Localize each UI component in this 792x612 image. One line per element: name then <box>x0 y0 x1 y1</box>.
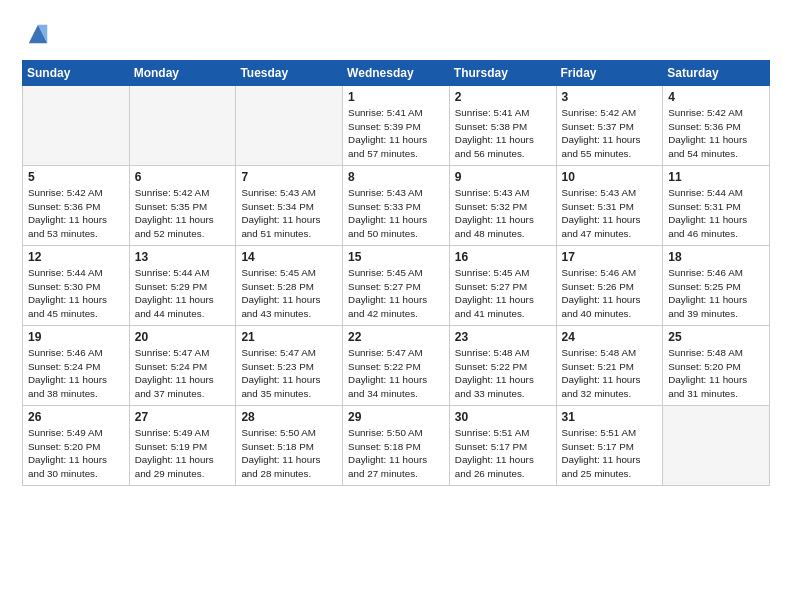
cell-info: Sunrise: 5:48 AM Sunset: 5:22 PM Dayligh… <box>455 346 551 400</box>
day-number: 28 <box>241 410 337 424</box>
calendar-header-sunday: Sunday <box>23 61 130 86</box>
cell-info: Sunrise: 5:47 AM Sunset: 5:22 PM Dayligh… <box>348 346 444 400</box>
cell-info: Sunrise: 5:46 AM Sunset: 5:26 PM Dayligh… <box>562 266 658 320</box>
calendar-cell: 17Sunrise: 5:46 AM Sunset: 5:26 PM Dayli… <box>556 246 663 326</box>
cell-info: Sunrise: 5:42 AM Sunset: 5:37 PM Dayligh… <box>562 106 658 160</box>
day-number: 23 <box>455 330 551 344</box>
calendar-cell: 21Sunrise: 5:47 AM Sunset: 5:23 PM Dayli… <box>236 326 343 406</box>
calendar-cell: 19Sunrise: 5:46 AM Sunset: 5:24 PM Dayli… <box>23 326 130 406</box>
calendar-week-4: 19Sunrise: 5:46 AM Sunset: 5:24 PM Dayli… <box>23 326 770 406</box>
cell-info: Sunrise: 5:49 AM Sunset: 5:20 PM Dayligh… <box>28 426 124 480</box>
cell-info: Sunrise: 5:44 AM Sunset: 5:29 PM Dayligh… <box>135 266 231 320</box>
day-number: 8 <box>348 170 444 184</box>
calendar-cell: 20Sunrise: 5:47 AM Sunset: 5:24 PM Dayli… <box>129 326 236 406</box>
day-number: 22 <box>348 330 444 344</box>
cell-info: Sunrise: 5:43 AM Sunset: 5:32 PM Dayligh… <box>455 186 551 240</box>
calendar-week-5: 26Sunrise: 5:49 AM Sunset: 5:20 PM Dayli… <box>23 406 770 486</box>
day-number: 2 <box>455 90 551 104</box>
calendar-cell: 5Sunrise: 5:42 AM Sunset: 5:36 PM Daylig… <box>23 166 130 246</box>
cell-info: Sunrise: 5:48 AM Sunset: 5:21 PM Dayligh… <box>562 346 658 400</box>
calendar-header-thursday: Thursday <box>449 61 556 86</box>
cell-info: Sunrise: 5:47 AM Sunset: 5:24 PM Dayligh… <box>135 346 231 400</box>
cell-info: Sunrise: 5:41 AM Sunset: 5:39 PM Dayligh… <box>348 106 444 160</box>
calendar-cell: 18Sunrise: 5:46 AM Sunset: 5:25 PM Dayli… <box>663 246 770 326</box>
calendar-table: SundayMondayTuesdayWednesdayThursdayFrid… <box>22 60 770 486</box>
day-number: 6 <box>135 170 231 184</box>
cell-info: Sunrise: 5:45 AM Sunset: 5:27 PM Dayligh… <box>455 266 551 320</box>
day-number: 25 <box>668 330 764 344</box>
calendar-cell <box>663 406 770 486</box>
logo-icon <box>22 18 54 50</box>
day-number: 24 <box>562 330 658 344</box>
calendar-week-2: 5Sunrise: 5:42 AM Sunset: 5:36 PM Daylig… <box>23 166 770 246</box>
day-number: 27 <box>135 410 231 424</box>
cell-info: Sunrise: 5:44 AM Sunset: 5:30 PM Dayligh… <box>28 266 124 320</box>
calendar-header-row: SundayMondayTuesdayWednesdayThursdayFrid… <box>23 61 770 86</box>
calendar-cell: 12Sunrise: 5:44 AM Sunset: 5:30 PM Dayli… <box>23 246 130 326</box>
cell-info: Sunrise: 5:43 AM Sunset: 5:33 PM Dayligh… <box>348 186 444 240</box>
logo <box>22 18 60 50</box>
cell-info: Sunrise: 5:50 AM Sunset: 5:18 PM Dayligh… <box>348 426 444 480</box>
calendar-cell: 22Sunrise: 5:47 AM Sunset: 5:22 PM Dayli… <box>343 326 450 406</box>
day-number: 31 <box>562 410 658 424</box>
day-number: 3 <box>562 90 658 104</box>
day-number: 11 <box>668 170 764 184</box>
calendar-cell: 1Sunrise: 5:41 AM Sunset: 5:39 PM Daylig… <box>343 86 450 166</box>
calendar-header-saturday: Saturday <box>663 61 770 86</box>
day-number: 1 <box>348 90 444 104</box>
calendar-header-wednesday: Wednesday <box>343 61 450 86</box>
cell-info: Sunrise: 5:47 AM Sunset: 5:23 PM Dayligh… <box>241 346 337 400</box>
calendar-cell: 3Sunrise: 5:42 AM Sunset: 5:37 PM Daylig… <box>556 86 663 166</box>
cell-info: Sunrise: 5:50 AM Sunset: 5:18 PM Dayligh… <box>241 426 337 480</box>
day-number: 26 <box>28 410 124 424</box>
calendar-cell <box>23 86 130 166</box>
day-number: 7 <box>241 170 337 184</box>
day-number: 17 <box>562 250 658 264</box>
cell-info: Sunrise: 5:41 AM Sunset: 5:38 PM Dayligh… <box>455 106 551 160</box>
cell-info: Sunrise: 5:43 AM Sunset: 5:34 PM Dayligh… <box>241 186 337 240</box>
calendar-cell: 9Sunrise: 5:43 AM Sunset: 5:32 PM Daylig… <box>449 166 556 246</box>
calendar-cell <box>129 86 236 166</box>
day-number: 5 <box>28 170 124 184</box>
day-number: 30 <box>455 410 551 424</box>
calendar-cell: 23Sunrise: 5:48 AM Sunset: 5:22 PM Dayli… <box>449 326 556 406</box>
cell-info: Sunrise: 5:51 AM Sunset: 5:17 PM Dayligh… <box>562 426 658 480</box>
calendar-cell: 14Sunrise: 5:45 AM Sunset: 5:28 PM Dayli… <box>236 246 343 326</box>
cell-info: Sunrise: 5:44 AM Sunset: 5:31 PM Dayligh… <box>668 186 764 240</box>
header <box>22 18 770 50</box>
calendar-cell: 24Sunrise: 5:48 AM Sunset: 5:21 PM Dayli… <box>556 326 663 406</box>
day-number: 16 <box>455 250 551 264</box>
calendar-cell: 8Sunrise: 5:43 AM Sunset: 5:33 PM Daylig… <box>343 166 450 246</box>
day-number: 15 <box>348 250 444 264</box>
calendar-cell: 31Sunrise: 5:51 AM Sunset: 5:17 PM Dayli… <box>556 406 663 486</box>
cell-info: Sunrise: 5:46 AM Sunset: 5:25 PM Dayligh… <box>668 266 764 320</box>
calendar-cell: 30Sunrise: 5:51 AM Sunset: 5:17 PM Dayli… <box>449 406 556 486</box>
cell-info: Sunrise: 5:48 AM Sunset: 5:20 PM Dayligh… <box>668 346 764 400</box>
calendar-cell: 4Sunrise: 5:42 AM Sunset: 5:36 PM Daylig… <box>663 86 770 166</box>
calendar-cell: 29Sunrise: 5:50 AM Sunset: 5:18 PM Dayli… <box>343 406 450 486</box>
calendar-week-3: 12Sunrise: 5:44 AM Sunset: 5:30 PM Dayli… <box>23 246 770 326</box>
calendar-cell: 15Sunrise: 5:45 AM Sunset: 5:27 PM Dayli… <box>343 246 450 326</box>
day-number: 14 <box>241 250 337 264</box>
calendar-cell: 10Sunrise: 5:43 AM Sunset: 5:31 PM Dayli… <box>556 166 663 246</box>
cell-info: Sunrise: 5:46 AM Sunset: 5:24 PM Dayligh… <box>28 346 124 400</box>
day-number: 4 <box>668 90 764 104</box>
calendar-header-tuesday: Tuesday <box>236 61 343 86</box>
day-number: 9 <box>455 170 551 184</box>
calendar-cell: 11Sunrise: 5:44 AM Sunset: 5:31 PM Dayli… <box>663 166 770 246</box>
calendar-cell: 6Sunrise: 5:42 AM Sunset: 5:35 PM Daylig… <box>129 166 236 246</box>
calendar-cell: 25Sunrise: 5:48 AM Sunset: 5:20 PM Dayli… <box>663 326 770 406</box>
cell-info: Sunrise: 5:42 AM Sunset: 5:36 PM Dayligh… <box>28 186 124 240</box>
calendar-cell <box>236 86 343 166</box>
cell-info: Sunrise: 5:42 AM Sunset: 5:35 PM Dayligh… <box>135 186 231 240</box>
calendar-cell: 26Sunrise: 5:49 AM Sunset: 5:20 PM Dayli… <box>23 406 130 486</box>
calendar-cell: 16Sunrise: 5:45 AM Sunset: 5:27 PM Dayli… <box>449 246 556 326</box>
calendar-cell: 28Sunrise: 5:50 AM Sunset: 5:18 PM Dayli… <box>236 406 343 486</box>
cell-info: Sunrise: 5:42 AM Sunset: 5:36 PM Dayligh… <box>668 106 764 160</box>
cell-info: Sunrise: 5:45 AM Sunset: 5:27 PM Dayligh… <box>348 266 444 320</box>
day-number: 13 <box>135 250 231 264</box>
cell-info: Sunrise: 5:45 AM Sunset: 5:28 PM Dayligh… <box>241 266 337 320</box>
day-number: 18 <box>668 250 764 264</box>
day-number: 12 <box>28 250 124 264</box>
calendar-cell: 7Sunrise: 5:43 AM Sunset: 5:34 PM Daylig… <box>236 166 343 246</box>
